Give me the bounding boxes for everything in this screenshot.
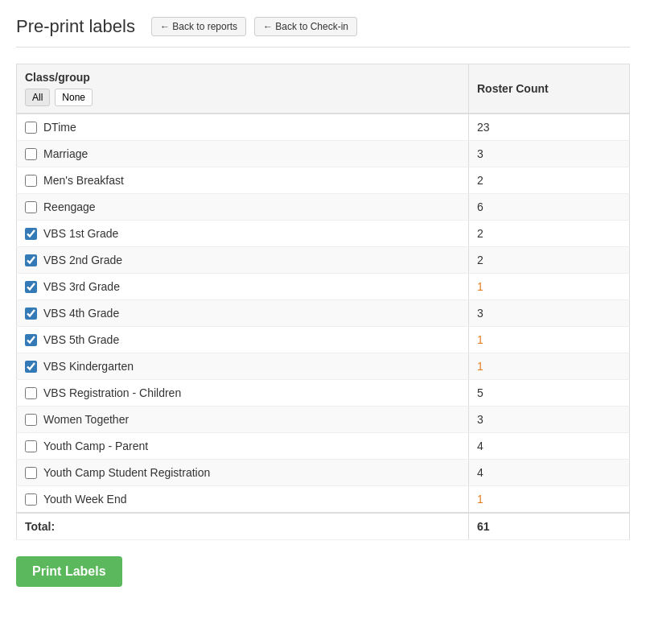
row-checkbox[interactable] [25, 228, 37, 240]
row-checkbox[interactable] [25, 175, 37, 187]
row-label[interactable]: Youth Week End [25, 493, 460, 506]
col-class-group: Class/group All None [17, 64, 469, 114]
row-checkbox[interactable] [25, 440, 37, 452]
row-checkbox[interactable] [25, 467, 37, 479]
row-checkbox[interactable] [25, 254, 37, 266]
row-count: 6 [469, 194, 630, 221]
row-label[interactable]: Youth Camp - Parent [25, 440, 460, 452]
row-label[interactable]: Marriage [25, 147, 460, 160]
row-class-name: VBS 5th Grade [43, 333, 119, 346]
total-row: Total: 61 [17, 513, 630, 540]
select-controls: All None [25, 89, 460, 106]
row-class-name: DTime [43, 121, 76, 134]
row-checkbox[interactable] [25, 387, 37, 399]
row-count: 5 [469, 380, 630, 407]
row-count: 23 [469, 114, 630, 141]
row-checkbox[interactable] [25, 334, 37, 346]
row-checkbox[interactable] [25, 122, 37, 134]
total-count: 61 [469, 513, 630, 540]
row-checkbox[interactable] [25, 201, 37, 213]
table-row: VBS 5th Grade1 [17, 327, 630, 353]
row-checkbox[interactable] [25, 148, 37, 160]
page-title: Pre-print labels [16, 16, 135, 37]
back-to-checkin-button[interactable]: ← Back to Check-in [254, 17, 357, 36]
col-roster-count: Roster Count [469, 64, 630, 114]
row-class-name: Marriage [43, 147, 88, 160]
row-label[interactable]: Men's Breakfast [25, 174, 460, 187]
row-count: 2 [469, 167, 630, 194]
row-count: 1 [469, 486, 630, 514]
row-class-name: Youth Week End [43, 493, 127, 506]
print-labels-button[interactable]: Print Labels [16, 556, 122, 587]
row-label[interactable]: Reengage [25, 200, 460, 213]
row-count: 3 [469, 407, 630, 433]
row-class-name: VBS Kindergarten [43, 360, 134, 373]
row-class-name: Reengage [43, 200, 96, 213]
row-count: 1 [469, 274, 630, 300]
back-to-reports-button[interactable]: ← Back to reports [151, 17, 246, 36]
row-class-name: VBS 3rd Grade [43, 280, 120, 293]
table-row: Youth Camp Student Registration4 [17, 460, 630, 486]
row-class-name: Women Together [43, 413, 129, 426]
row-count: 3 [469, 300, 630, 327]
row-label[interactable]: VBS Registration - Children [25, 386, 460, 399]
table-row: VBS 2nd Grade2 [17, 247, 630, 274]
row-class-name: Youth Camp Student Registration [43, 466, 210, 479]
all-button[interactable]: All [25, 89, 50, 106]
table-row: Women Together3 [17, 407, 630, 433]
row-label[interactable]: Women Together [25, 413, 460, 426]
row-label[interactable]: DTime [25, 121, 460, 134]
row-class-name: VBS 2nd Grade [43, 254, 122, 266]
table-row: VBS Registration - Children5 [17, 380, 630, 407]
row-count: 2 [469, 247, 630, 274]
table-header-row: Class/group All None Roster Count [17, 64, 630, 114]
table-row: Youth Camp - Parent4 [17, 433, 630, 460]
row-class-name: Men's Breakfast [43, 174, 124, 187]
row-count: 1 [469, 327, 630, 353]
table-row: Men's Breakfast2 [17, 167, 630, 194]
row-count: 4 [469, 433, 630, 460]
row-class-name: VBS Registration - Children [43, 386, 181, 399]
table-row: VBS 3rd Grade1 [17, 274, 630, 300]
row-class-name: VBS 4th Grade [43, 307, 119, 320]
table-row: Youth Week End1 [17, 486, 630, 514]
row-label[interactable]: VBS 2nd Grade [25, 254, 460, 266]
table-row: Marriage3 [17, 141, 630, 167]
row-checkbox[interactable] [25, 308, 37, 320]
row-label[interactable]: VBS 5th Grade [25, 333, 460, 346]
table-row: VBS Kindergarten1 [17, 353, 630, 380]
row-label[interactable]: VBS 4th Grade [25, 307, 460, 320]
table-row: DTime23 [17, 114, 630, 141]
row-checkbox[interactable] [25, 493, 37, 506]
row-label[interactable]: Youth Camp Student Registration [25, 466, 460, 479]
row-label[interactable]: VBS Kindergarten [25, 360, 460, 373]
row-class-name: VBS 1st Grade [43, 227, 118, 240]
row-count: 2 [469, 221, 630, 247]
row-label[interactable]: VBS 3rd Grade [25, 280, 460, 293]
row-count: 3 [469, 141, 630, 167]
total-label: Total: [17, 513, 469, 540]
table-row: VBS 1st Grade2 [17, 221, 630, 247]
row-checkbox[interactable] [25, 414, 37, 426]
none-button[interactable]: None [55, 89, 93, 106]
row-checkbox[interactable] [25, 361, 37, 373]
page-header: Pre-print labels ← Back to reports ← Bac… [16, 16, 630, 47]
col-header-label: Class/group All None [25, 71, 460, 106]
row-checkbox[interactable] [25, 281, 37, 293]
row-count: 1 [469, 353, 630, 380]
class-group-table: Class/group All None Roster Count DTime2… [16, 64, 630, 540]
row-class-name: Youth Camp - Parent [43, 440, 148, 452]
row-count: 4 [469, 460, 630, 486]
table-row: VBS 4th Grade3 [17, 300, 630, 327]
row-label[interactable]: VBS 1st Grade [25, 227, 460, 240]
table-row: Reengage6 [17, 194, 630, 221]
